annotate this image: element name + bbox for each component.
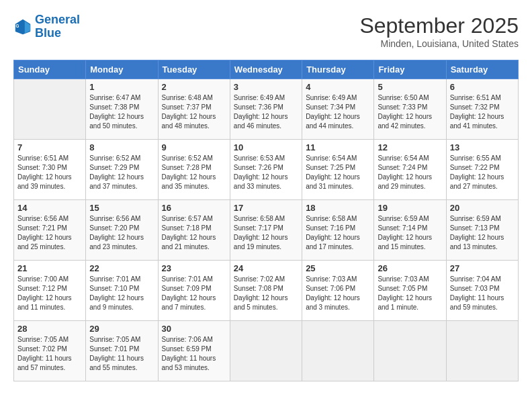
calendar-header-row: SundayMondayTuesdayWednesdayThursdayFrid… <box>14 60 519 79</box>
day-info: Sunrise: 6:54 AMSunset: 7:25 PMDaylight:… <box>306 154 370 191</box>
calendar-cell: 13Sunrise: 6:55 AMSunset: 7:22 PMDayligh… <box>446 140 518 200</box>
week-row-3: 21Sunrise: 7:00 AMSunset: 7:12 PMDayligh… <box>14 261 519 321</box>
day-info: Sunrise: 6:48 AMSunset: 7:37 PMDaylight:… <box>162 93 226 131</box>
day-number: 10 <box>234 142 298 152</box>
day-number: 30 <box>162 324 226 334</box>
day-info: Sunrise: 6:51 AMSunset: 7:32 PMDaylight:… <box>450 93 515 131</box>
day-info: Sunrise: 6:52 AMSunset: 7:29 PMDaylight:… <box>89 154 154 191</box>
calendar-cell: 9Sunrise: 6:52 AMSunset: 7:28 PMDaylight… <box>158 140 230 200</box>
day-number: 28 <box>17 324 82 334</box>
day-number: 7 <box>17 142 82 152</box>
day-number: 2 <box>162 82 226 92</box>
day-info: Sunrise: 6:47 AMSunset: 7:38 PMDaylight:… <box>89 93 154 131</box>
day-number: 4 <box>306 82 370 92</box>
calendar-cell <box>14 79 86 140</box>
calendar-cell: 8Sunrise: 6:52 AMSunset: 7:29 PMDaylight… <box>86 140 158 200</box>
calendar-cell: 6Sunrise: 6:51 AMSunset: 7:32 PMDaylight… <box>446 79 518 140</box>
calendar-cell <box>230 321 302 381</box>
day-info: Sunrise: 7:05 AMSunset: 7:01 PMDaylight:… <box>89 335 154 373</box>
day-info: Sunrise: 7:03 AMSunset: 7:06 PMDaylight:… <box>306 275 370 312</box>
calendar-cell: 7Sunrise: 6:51 AMSunset: 7:30 PMDaylight… <box>14 140 86 200</box>
day-info: Sunrise: 7:00 AMSunset: 7:12 PMDaylight:… <box>17 275 82 312</box>
day-number: 6 <box>450 82 515 92</box>
calendar-cell: 22Sunrise: 7:01 AMSunset: 7:10 PMDayligh… <box>86 261 158 321</box>
calendar-cell: 20Sunrise: 6:59 AMSunset: 7:13 PMDayligh… <box>446 200 518 261</box>
header-day-saturday: Saturday <box>446 60 518 79</box>
calendar-cell <box>446 321 518 381</box>
day-number: 8 <box>89 142 154 152</box>
day-number: 25 <box>306 263 370 273</box>
day-number: 17 <box>234 203 298 213</box>
day-number: 16 <box>162 203 226 213</box>
day-info: Sunrise: 6:50 AMSunset: 7:33 PMDaylight:… <box>378 93 442 131</box>
calendar-cell: 30Sunrise: 7:06 AMSunset: 6:59 PMDayligh… <box>158 321 230 381</box>
calendar-cell: 18Sunrise: 6:58 AMSunset: 7:16 PMDayligh… <box>302 200 374 261</box>
day-info: Sunrise: 7:04 AMSunset: 7:03 PMDaylight:… <box>450 275 515 312</box>
header-day-friday: Friday <box>374 60 446 79</box>
header-day-monday: Monday <box>86 60 158 79</box>
calendar-cell: 29Sunrise: 7:05 AMSunset: 7:01 PMDayligh… <box>86 321 158 381</box>
day-info: Sunrise: 6:49 AMSunset: 7:34 PMDaylight:… <box>306 93 370 131</box>
day-number: 5 <box>378 82 442 92</box>
logo-text-line2: Blue <box>35 27 80 40</box>
day-info: Sunrise: 6:58 AMSunset: 7:17 PMDaylight:… <box>234 214 298 252</box>
calendar-cell <box>302 321 374 381</box>
calendar-cell: 17Sunrise: 6:58 AMSunset: 7:17 PMDayligh… <box>230 200 302 261</box>
week-row-1: 7Sunrise: 6:51 AMSunset: 7:30 PMDaylight… <box>14 140 519 200</box>
day-info: Sunrise: 6:51 AMSunset: 7:30 PMDaylight:… <box>17 154 82 191</box>
day-number: 1 <box>89 82 154 92</box>
day-info: Sunrise: 6:56 AMSunset: 7:20 PMDaylight:… <box>89 214 154 252</box>
calendar-cell: 19Sunrise: 6:59 AMSunset: 7:14 PMDayligh… <box>374 200 446 261</box>
day-number: 23 <box>162 263 226 273</box>
calendar-cell: 27Sunrise: 7:04 AMSunset: 7:03 PMDayligh… <box>446 261 518 321</box>
calendar-cell: 21Sunrise: 7:00 AMSunset: 7:12 PMDayligh… <box>14 261 86 321</box>
day-info: Sunrise: 6:57 AMSunset: 7:18 PMDaylight:… <box>162 214 226 252</box>
svg-text:G: G <box>16 24 19 28</box>
day-number: 24 <box>234 263 298 273</box>
day-number: 19 <box>378 203 442 213</box>
day-info: Sunrise: 6:59 AMSunset: 7:13 PMDaylight:… <box>450 214 515 252</box>
day-info: Sunrise: 6:54 AMSunset: 7:24 PMDaylight:… <box>378 154 442 191</box>
day-info: Sunrise: 6:49 AMSunset: 7:36 PMDaylight:… <box>234 93 298 131</box>
day-number: 27 <box>450 263 515 273</box>
day-number: 12 <box>378 142 442 152</box>
header-day-thursday: Thursday <box>302 60 374 79</box>
calendar-cell: 5Sunrise: 6:50 AMSunset: 7:33 PMDaylight… <box>374 79 446 140</box>
calendar-cell: 10Sunrise: 6:53 AMSunset: 7:26 PMDayligh… <box>230 140 302 200</box>
day-info: Sunrise: 6:52 AMSunset: 7:28 PMDaylight:… <box>162 154 226 191</box>
location: Minden, Louisiana, United States <box>359 38 519 49</box>
calendar-cell: 12Sunrise: 6:54 AMSunset: 7:24 PMDayligh… <box>374 140 446 200</box>
logo: G General Blue <box>13 13 80 40</box>
calendar-cell: 24Sunrise: 7:02 AMSunset: 7:08 PMDayligh… <box>230 261 302 321</box>
day-number: 15 <box>89 203 154 213</box>
day-info: Sunrise: 7:03 AMSunset: 7:05 PMDaylight:… <box>378 275 442 312</box>
day-number: 11 <box>306 142 370 152</box>
calendar-cell: 26Sunrise: 7:03 AMSunset: 7:05 PMDayligh… <box>374 261 446 321</box>
calendar-cell: 11Sunrise: 6:54 AMSunset: 7:25 PMDayligh… <box>302 140 374 200</box>
day-number: 29 <box>89 324 154 334</box>
day-info: Sunrise: 7:06 AMSunset: 6:59 PMDaylight:… <box>162 335 226 373</box>
calendar-cell: 16Sunrise: 6:57 AMSunset: 7:18 PMDayligh… <box>158 200 230 261</box>
day-number: 14 <box>17 203 82 213</box>
calendar-cell: 3Sunrise: 6:49 AMSunset: 7:36 PMDaylight… <box>230 79 302 140</box>
day-number: 3 <box>234 82 298 92</box>
day-info: Sunrise: 7:01 AMSunset: 7:10 PMDaylight:… <box>89 275 154 312</box>
logo-text-line1: General <box>35 13 80 27</box>
day-info: Sunrise: 6:56 AMSunset: 7:21 PMDaylight:… <box>17 214 82 252</box>
day-number: 20 <box>450 203 515 213</box>
header-day-tuesday: Tuesday <box>158 60 230 79</box>
day-info: Sunrise: 6:59 AMSunset: 7:14 PMDaylight:… <box>378 214 442 252</box>
day-info: Sunrise: 7:02 AMSunset: 7:08 PMDaylight:… <box>234 275 298 312</box>
calendar-cell: 15Sunrise: 6:56 AMSunset: 7:20 PMDayligh… <box>86 200 158 261</box>
calendar-cell: 4Sunrise: 6:49 AMSunset: 7:34 PMDaylight… <box>302 79 374 140</box>
calendar-cell: 28Sunrise: 7:05 AMSunset: 7:02 PMDayligh… <box>14 321 86 381</box>
day-info: Sunrise: 6:58 AMSunset: 7:16 PMDaylight:… <box>306 214 370 252</box>
calendar-cell: 23Sunrise: 7:01 AMSunset: 7:09 PMDayligh… <box>158 261 230 321</box>
day-info: Sunrise: 6:53 AMSunset: 7:26 PMDaylight:… <box>234 154 298 191</box>
day-info: Sunrise: 7:05 AMSunset: 7:02 PMDaylight:… <box>17 335 82 373</box>
calendar-cell: 14Sunrise: 6:56 AMSunset: 7:21 PMDayligh… <box>14 200 86 261</box>
week-row-0: 1Sunrise: 6:47 AMSunset: 7:38 PMDaylight… <box>14 79 519 140</box>
calendar-cell: 1Sunrise: 6:47 AMSunset: 7:38 PMDaylight… <box>86 79 158 140</box>
week-row-2: 14Sunrise: 6:56 AMSunset: 7:21 PMDayligh… <box>14 200 519 261</box>
day-number: 21 <box>17 263 82 273</box>
